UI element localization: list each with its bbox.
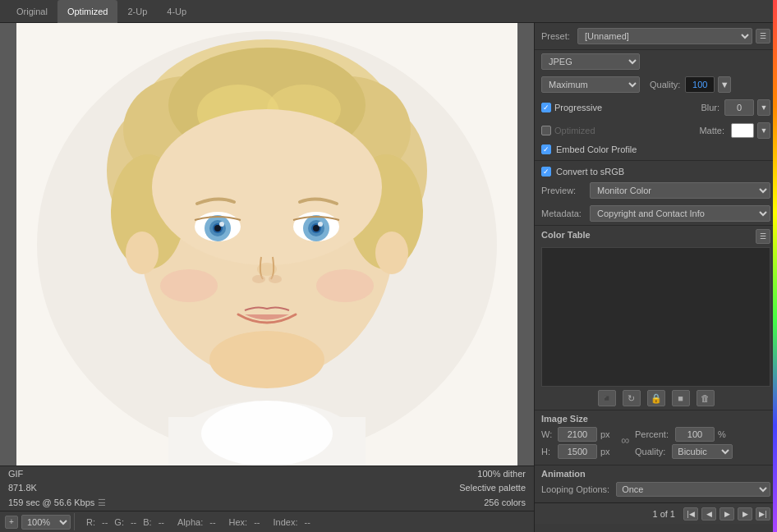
menu-indicator[interactable]: ☰: [98, 496, 106, 511]
color-table-label: Color Table: [541, 230, 591, 240]
svg-point-22: [219, 222, 224, 227]
embed-color-label: Embed Color Profile: [556, 144, 637, 154]
tab-optimized[interactable]: Optimized: [57, 0, 118, 23]
nav-last-button[interactable]: ▶|: [756, 507, 770, 521]
color-strip: [773, 0, 777, 532]
progressive-checkbox[interactable]: [541, 103, 551, 112]
color-table-btn-3[interactable]: 🔒: [647, 390, 665, 406]
matte-swatch[interactable]: [731, 123, 754, 138]
dither-label: 100% dither: [459, 467, 526, 482]
index-value: --: [304, 517, 310, 527]
color-table-btn-5[interactable]: 🗑: [697, 390, 715, 406]
blur-arrow[interactable]: ▼: [757, 99, 770, 116]
hex-label: Hex:: [229, 517, 248, 527]
r-label: R:: [86, 517, 95, 527]
matte-label: Matte:: [699, 126, 724, 135]
color-info: R: -- G: -- B: -- Alpha: -- Hex: -- Inde…: [86, 517, 310, 527]
optimized-matte-row: Optimized Matte: ▼: [535, 119, 777, 142]
looping-select[interactable]: Once: [616, 482, 770, 497]
height-input[interactable]: [558, 444, 597, 459]
color-table-btn-2[interactable]: ↻: [623, 390, 641, 406]
height-label: H:: [541, 447, 554, 456]
svg-point-36: [375, 232, 408, 274]
color-table-menu-icon[interactable]: ☰: [756, 229, 770, 244]
color-table-btn-1[interactable]: ◾: [598, 390, 616, 406]
svg-point-4: [201, 401, 333, 466]
metadata-select[interactable]: Copyright and Contact Info: [590, 205, 770, 222]
image-size-label: Image Size: [541, 414, 770, 424]
color-table-area: [541, 247, 770, 387]
tab-2up[interactable]: 2-Up: [117, 0, 157, 23]
width-unit: px: [600, 429, 615, 439]
looping-row: Looping Options: Once: [541, 482, 770, 497]
quality-arrow[interactable]: ▼: [718, 76, 731, 93]
embed-color-checkbox[interactable]: [541, 144, 551, 154]
quality-resample-label: Quality:: [635, 447, 665, 456]
metadata-row: Metadata: Copyright and Contact Info: [535, 202, 777, 225]
format-select[interactable]: JPEG: [541, 53, 640, 70]
matte-arrow[interactable]: ▼: [757, 122, 770, 139]
percent-input[interactable]: [675, 427, 715, 442]
colors-label: 256 colors: [459, 496, 526, 511]
nav-next2-button[interactable]: ▶: [738, 507, 752, 521]
palette-label: Selective palette: [459, 481, 526, 496]
svg-point-35: [126, 232, 159, 274]
index-label: Index:: [274, 517, 298, 527]
preset-row: Preset: [Unnamed] ☰: [535, 23, 777, 50]
optimized-checkbox[interactable]: [541, 126, 551, 135]
color-table-btn-4[interactable]: ■: [672, 390, 690, 406]
link-icon[interactable]: ∞: [618, 427, 632, 453]
time-label: 159 sec @ 56.6 Kbps: [8, 496, 94, 511]
zoom-add-button[interactable]: +: [5, 516, 18, 529]
page-navigation: 1 of 1 |◀ ◀ ▶ ▶ ▶|: [535, 502, 777, 524]
preset-select[interactable]: [Unnamed]: [577, 28, 752, 44]
status-left: GIF 871.8K 159 sec @ 56.6 Kbps ☰: [8, 467, 106, 511]
percent-label: Percent:: [635, 429, 669, 439]
svg-point-30: [252, 275, 265, 283]
preview-select[interactable]: Monitor Color: [590, 182, 770, 199]
quality-input[interactable]: [685, 76, 715, 93]
svg-point-31: [269, 275, 282, 283]
height-unit: px: [600, 447, 615, 456]
nav-first-button[interactable]: |◀: [683, 507, 698, 521]
compression-select[interactable]: Maximum: [541, 76, 640, 93]
quality-resample-select[interactable]: Bicubic: [672, 444, 733, 459]
canvas-wrapper: [0, 23, 534, 466]
tab-original[interactable]: Original: [7, 0, 57, 23]
width-row: W: px: [541, 427, 615, 442]
width-label: W:: [541, 429, 554, 439]
compression-row: Maximum Quality: ▼: [535, 73, 777, 96]
blur-input[interactable]: [724, 99, 754, 116]
progressive-blur-row: Progressive Blur: ▼: [535, 96, 777, 119]
quality-resample-row: Quality: Bicubic: [635, 444, 733, 459]
size-label: 871.8K: [8, 481, 106, 496]
svg-point-33: [316, 269, 374, 302]
canvas-status: GIF 871.8K 159 sec @ 56.6 Kbps ☰ 100% di…: [0, 466, 534, 511]
tab-4up[interactable]: 4-Up: [157, 0, 196, 23]
page-info: 1 of 1: [652, 509, 675, 519]
width-input[interactable]: [558, 427, 597, 442]
nav-prev-button[interactable]: ◀: [701, 507, 716, 521]
convert-srgb-label: Convert to sRGB: [556, 167, 624, 177]
convert-srgb-row: Convert to sRGB: [535, 164, 777, 179]
percent-row: Percent: %: [635, 427, 733, 442]
r-value: --: [102, 517, 108, 527]
progressive-label: Progressive: [554, 103, 602, 112]
nav-next-button[interactable]: ▶: [720, 507, 734, 521]
portrait-image: [16, 23, 517, 466]
preset-label: Preset:: [541, 31, 574, 41]
tab-bar: Original Optimized 2-Up 4-Up: [0, 0, 777, 23]
looping-label: Looping Options:: [541, 484, 609, 494]
zoom-select[interactable]: 100% 50% 200%: [21, 515, 71, 530]
format-row: JPEG: [535, 50, 777, 73]
b-label: B:: [143, 517, 151, 527]
preset-menu-icon[interactable]: ☰: [756, 29, 770, 44]
g-value: --: [131, 517, 136, 527]
alpha-value: --: [209, 517, 215, 527]
status-right: 100% dither Selective palette 256 colors: [459, 467, 526, 511]
convert-srgb-checkbox[interactable]: [541, 167, 551, 177]
svg-point-21: [214, 225, 221, 232]
embed-color-row: Embed Color Profile: [535, 142, 777, 157]
optimized-label: Optimized: [554, 126, 595, 135]
metadata-label: Metadata:: [541, 209, 586, 218]
